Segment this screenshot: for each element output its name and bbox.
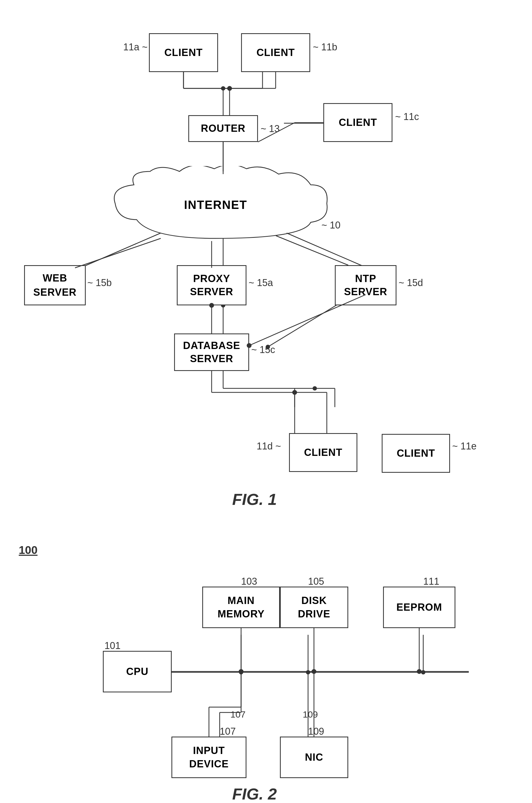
client-11c-ref: ~ 11c [395, 111, 419, 122]
svg-point-49 [292, 390, 297, 395]
eeprom-box: EEPROM [383, 587, 455, 628]
fig1-title: FIG. 1 [201, 490, 308, 509]
inputdevice-box: INPUT DEVICE [171, 737, 246, 778]
internet-label: INTERNET [184, 198, 247, 212]
client-11e-ref: ~ 11e [452, 441, 477, 452]
svg-point-25 [306, 670, 310, 674]
svg-point-35 [227, 86, 232, 91]
inputdevice-ref: 107 [220, 726, 236, 737]
diskdrive-ref: 105 [308, 576, 324, 587]
cpu-box: CPU [103, 651, 172, 692]
client-11d-box: CLIENT [289, 433, 357, 472]
client-11b-ref: ~ 11b [313, 41, 337, 53]
eeprom-ref: 111 [423, 576, 439, 587]
fig1-extra-lines [0, 0, 532, 803]
svg-point-54 [239, 669, 244, 674]
svg-point-56 [311, 669, 316, 674]
inputdevice-bus-ref: 107 [230, 709, 246, 720]
proxyserver-box: PROXY SERVER [177, 265, 246, 305]
client-11c-box: CLIENT [323, 103, 393, 142]
webserver-box: WEB SERVER [24, 265, 86, 305]
webserver-ref: ~ 15b [87, 277, 112, 288]
svg-point-3 [221, 86, 225, 91]
svg-point-27 [421, 670, 425, 674]
nic-box: NIC [280, 737, 348, 778]
dbserver-box: DATABASE SERVER [174, 333, 249, 371]
proxyserver-ref: ~ 15a [249, 277, 273, 288]
nic-ref: 109 [308, 726, 324, 737]
client-11b-box: CLIENT [241, 33, 310, 72]
connection-lines [0, 0, 532, 803]
internet-cloud: INTERNET [102, 166, 329, 244]
fig2-title: FIG. 2 [201, 785, 308, 803]
client-11a-ref: 11a ~ [123, 41, 148, 53]
nic-bus-ref: 109 [303, 709, 318, 720]
ntpserver-ref: ~ 15d [399, 277, 423, 288]
router-ref: ~ 13 [261, 123, 280, 134]
client-11a-box: CLIENT [149, 33, 218, 72]
dbserver-ref: ~ 15c [251, 344, 275, 356]
svg-point-19 [312, 386, 317, 390]
router-box: ROUTER [188, 115, 258, 142]
svg-point-58 [417, 669, 422, 674]
mainmemory-ref: 103 [241, 576, 257, 587]
client-11e-box: CLIENT [382, 434, 450, 473]
mainmemory-box: MAIN MEMORY [202, 587, 280, 628]
diagram-container: CLIENT 11a ~ CLIENT ~ 11b CLIENT ~ 11c R… [0, 0, 532, 803]
diskdrive-box: DISK DRIVE [280, 587, 348, 628]
fig2-ref: 100 [19, 544, 38, 557]
cpu-ref: 101 [104, 640, 120, 651]
svg-point-23 [239, 670, 243, 674]
ntpserver-box: NTP SERVER [335, 265, 396, 305]
client-11d-ref: 11d ~ [256, 441, 281, 452]
internet-ref: ~ 10 [321, 219, 340, 231]
